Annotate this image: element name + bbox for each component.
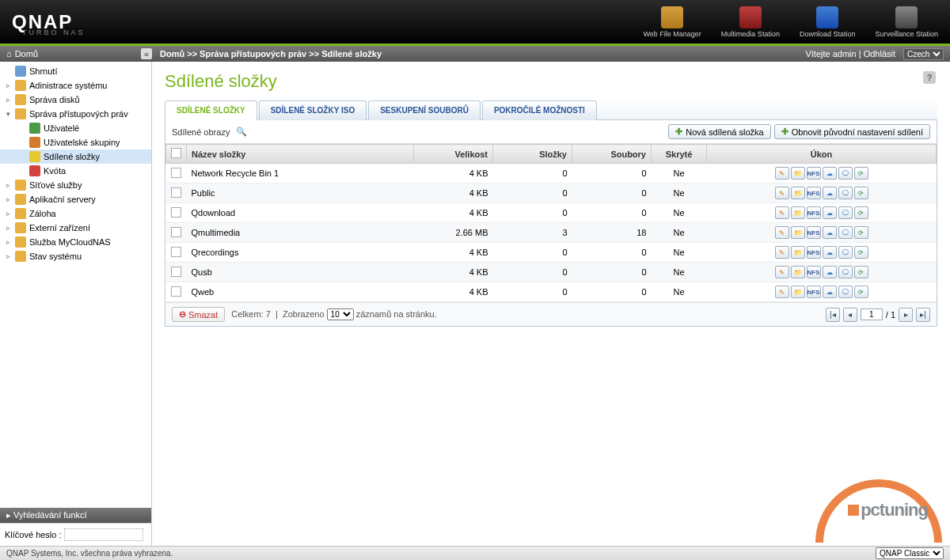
- edit-icon[interactable]: ✎: [775, 286, 789, 298]
- col-folders[interactable]: Složky: [493, 145, 572, 164]
- search-icon[interactable]: 🔍: [236, 127, 247, 137]
- refresh-icon[interactable]: ⟳: [854, 226, 868, 239]
- tree-toggle-icon[interactable]: ▹: [5, 195, 12, 203]
- tree-toggle-icon[interactable]: ▹: [5, 181, 12, 189]
- col-name[interactable]: Název složky: [187, 145, 414, 164]
- edit-icon[interactable]: ✎: [775, 167, 789, 180]
- monitor-icon[interactable]: 🖵: [838, 286, 853, 298]
- tree-item-3[interactable]: ▾Správa přístupových práv: [0, 107, 151, 121]
- refresh-icon[interactable]: ⟳: [854, 266, 868, 278]
- collapse-sidebar-button[interactable]: «: [141, 48, 152, 59]
- monitor-icon[interactable]: 🖵: [838, 187, 853, 199]
- header-app-2[interactable]: Download Station: [800, 6, 856, 38]
- monitor-icon[interactable]: 🖵: [838, 226, 853, 239]
- cloud-icon[interactable]: ☁: [823, 206, 837, 219]
- tree-toggle-icon[interactable]: ▾: [5, 110, 12, 118]
- header-app-1[interactable]: Multimedia Station: [721, 6, 780, 38]
- tree-toggle-icon[interactable]: ▹: [5, 252, 12, 260]
- tree-item-4[interactable]: Uživatelé: [0, 121, 151, 135]
- tree-item-7[interactable]: Kvóta: [0, 164, 151, 178]
- tree-item-12[interactable]: ▹Služba MyCloudNAS: [0, 235, 151, 249]
- row-checkbox[interactable]: [171, 207, 181, 218]
- cloud-icon[interactable]: ☁: [823, 187, 837, 199]
- tree-item-9[interactable]: ▹Aplikační servery: [0, 192, 151, 206]
- header-app-0[interactable]: Web File Manager: [643, 6, 701, 38]
- delete-button[interactable]: ⊖Smazat: [172, 307, 225, 322]
- refresh-icon[interactable]: ⟳: [854, 286, 868, 298]
- row-checkbox[interactable]: [171, 286, 181, 297]
- edit-icon[interactable]: ✎: [775, 246, 789, 259]
- edit-icon[interactable]: ✎: [775, 187, 789, 199]
- nfs-icon[interactable]: NFS: [807, 246, 821, 259]
- cloud-icon[interactable]: ☁: [823, 246, 837, 259]
- page-size-select[interactable]: 10: [327, 308, 354, 320]
- refresh-icon[interactable]: ⟳: [854, 206, 868, 219]
- monitor-icon[interactable]: 🖵: [838, 266, 853, 278]
- edit-icon[interactable]: ✎: [775, 266, 789, 278]
- folder-icon[interactable]: 📁: [791, 266, 805, 278]
- folder-icon[interactable]: 📁: [791, 187, 805, 199]
- tree-toggle-icon[interactable]: ▹: [5, 224, 12, 232]
- tree-item-6[interactable]: Sdílené složky: [0, 149, 151, 164]
- folder-icon[interactable]: 📁: [791, 167, 805, 180]
- tree-item-2[interactable]: ▹Správa disků: [0, 93, 151, 107]
- prev-page-button[interactable]: ◂: [843, 308, 857, 322]
- edit-icon[interactable]: ✎: [775, 206, 789, 219]
- tree-toggle-icon[interactable]: ▹: [5, 238, 12, 246]
- tab-1[interactable]: SDÍLENÉ SLOŽKY ISO: [259, 100, 367, 120]
- row-checkbox[interactable]: [171, 267, 181, 277]
- edit-icon[interactable]: ✎: [775, 226, 789, 239]
- help-icon[interactable]: ?: [923, 71, 936, 84]
- keyword-input[interactable]: [64, 528, 143, 541]
- tree-item-0[interactable]: Shrnutí: [0, 64, 151, 78]
- last-page-button[interactable]: ▸|: [916, 308, 930, 322]
- refresh-icon[interactable]: ⟳: [854, 246, 868, 259]
- monitor-icon[interactable]: 🖵: [838, 206, 853, 219]
- row-checkbox[interactable]: [171, 187, 181, 198]
- cloud-icon[interactable]: ☁: [823, 167, 837, 180]
- folder-icon[interactable]: 📁: [791, 206, 805, 219]
- tree-toggle-icon[interactable]: ▹: [5, 210, 12, 218]
- header-app-3[interactable]: Surveillance Station: [875, 6, 938, 38]
- theme-select[interactable]: QNAP Classic: [876, 547, 944, 559]
- tree-item-1[interactable]: ▹Adinistrace systému: [0, 78, 151, 93]
- col-hidden[interactable]: Skryté: [652, 145, 707, 164]
- tree-toggle-icon[interactable]: ▹: [5, 96, 12, 104]
- next-page-button[interactable]: ▸: [899, 308, 913, 322]
- language-select[interactable]: Czech: [903, 48, 944, 60]
- folder-icon[interactable]: 📁: [791, 286, 805, 298]
- col-files[interactable]: Soubory: [572, 145, 652, 164]
- folder-icon[interactable]: 📁: [791, 226, 805, 239]
- cloud-icon[interactable]: ☁: [823, 226, 837, 239]
- refresh-icon[interactable]: ⟳: [854, 167, 868, 180]
- row-checkbox[interactable]: [171, 247, 181, 257]
- new-shared-folder-button[interactable]: ✚Nová sdílená složka: [668, 124, 770, 139]
- tree-item-8[interactable]: ▹Síťové služby: [0, 178, 151, 192]
- refresh-icon[interactable]: ⟳: [854, 187, 868, 199]
- select-all-checkbox[interactable]: [171, 148, 181, 158]
- folder-icon[interactable]: 📁: [791, 246, 805, 259]
- nfs-icon[interactable]: NFS: [807, 226, 821, 239]
- monitor-icon[interactable]: 🖵: [838, 246, 853, 259]
- row-checkbox[interactable]: [171, 168, 181, 178]
- monitor-icon[interactable]: 🖵: [838, 167, 853, 180]
- nfs-icon[interactable]: NFS: [807, 206, 821, 219]
- nfs-icon[interactable]: NFS: [807, 266, 821, 278]
- nfs-icon[interactable]: NFS: [807, 187, 821, 199]
- restore-defaults-button[interactable]: ✚Obnovit původní nastavení sdílení: [774, 124, 930, 139]
- tab-2[interactable]: SESKUPENÍ SOUBORŮ: [368, 100, 481, 120]
- tree-item-13[interactable]: ▹Stav systému: [0, 249, 151, 263]
- first-page-button[interactable]: |◂: [826, 308, 840, 322]
- logout-link[interactable]: Odhlásit: [864, 49, 895, 59]
- tree-item-11[interactable]: ▹Externí zařízení: [0, 221, 151, 235]
- tree-item-5[interactable]: Uživatelské skupiny: [0, 135, 151, 149]
- row-checkbox[interactable]: [171, 227, 181, 237]
- cloud-icon[interactable]: ☁: [823, 286, 837, 298]
- nfs-icon[interactable]: NFS: [807, 167, 821, 180]
- page-input[interactable]: [861, 308, 883, 320]
- tab-0[interactable]: SDÍLENÉ SLOŽKY: [165, 100, 257, 120]
- nfs-icon[interactable]: NFS: [807, 286, 821, 298]
- tree-item-10[interactable]: ▹Záloha: [0, 206, 151, 221]
- tab-3[interactable]: POKROČILÉ MOŽNOSTI: [482, 100, 597, 120]
- cloud-icon[interactable]: ☁: [823, 266, 837, 278]
